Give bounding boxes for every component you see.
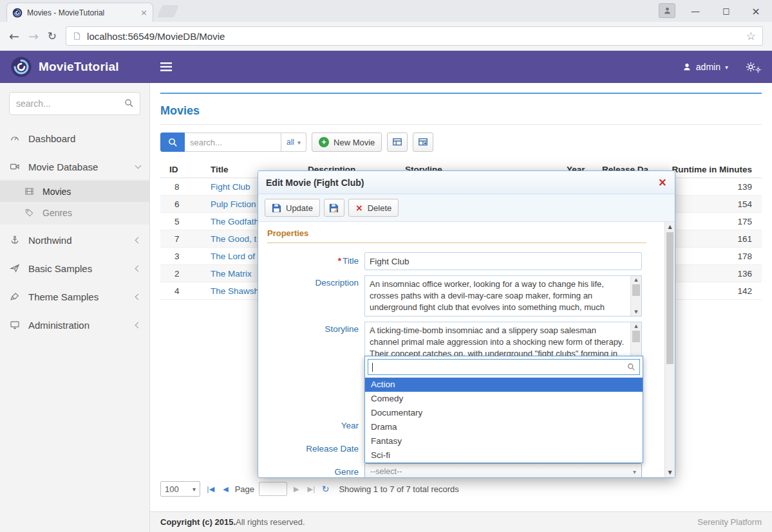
reload-button[interactable]: ↻ (48, 30, 57, 42)
scroll-thumb[interactable] (632, 331, 640, 342)
page-size-select[interactable]: 100 ▾ (160, 481, 200, 497)
quick-search-input[interactable] (185, 133, 281, 152)
required-marker: * (338, 256, 341, 266)
export-button[interactable] (387, 133, 408, 152)
new-tab-button[interactable] (157, 5, 179, 17)
delete-button[interactable]: × Delete (348, 199, 399, 217)
cell-id: 8 (160, 182, 211, 192)
chevron-down-icon: ▾ (297, 139, 301, 146)
cell-runtime: 139 (670, 182, 762, 192)
scroll-thumb[interactable] (632, 284, 640, 296)
bookmark-star-button[interactable]: ☆ (746, 30, 756, 42)
quick-search-button[interactable] (160, 133, 185, 152)
description-label: Description (267, 275, 359, 288)
dialog-title: Edit Movie (Fight Club) (266, 178, 364, 188)
scroll-thumb[interactable] (666, 232, 673, 364)
edit-movie-dialog: Edit Movie (Fight Club) × Update × Delet… (258, 170, 675, 478)
chevron-down-icon: ▾ (725, 64, 728, 71)
maximize-button[interactable]: □ (717, 0, 736, 22)
dialog-scrollbar[interactable]: ▲ ▼ (664, 222, 675, 477)
user-menu[interactable]: admin ▾ (683, 62, 728, 72)
column-header-runtime-in-minutes[interactable]: Runtime in Minutes (670, 165, 762, 174)
dropdown-option-fantasy[interactable]: Fantasy (365, 434, 643, 448)
browser-window: Movies - MovieTutorial × — □ × ← → ↻ loc… (0, 0, 772, 532)
app-brand[interactable]: MovieTutorial (10, 56, 150, 78)
sidebar-item-administration[interactable]: Administration (0, 312, 149, 338)
sidebar-item-label: Northwind (28, 235, 72, 246)
textarea-scrollbar[interactable]: ▲ ▼ (630, 276, 641, 316)
minimize-button[interactable]: — (686, 0, 705, 22)
first-page-button[interactable]: |◀ (205, 485, 216, 493)
dropdown-option-drama[interactable]: Drama (365, 420, 643, 434)
sidebar-item-genres[interactable]: Genres (0, 202, 149, 223)
chevron-left-icon (135, 237, 142, 243)
pager-status: Showing 1 to 7 of 7 total records (339, 484, 458, 494)
dropdown-option-sci-fi[interactable]: Sci-fi (365, 448, 643, 463)
sidebar-item-basic-samples[interactable]: Basic Samples (0, 255, 149, 281)
scroll-up-icon[interactable]: ▲ (665, 224, 675, 230)
title-input[interactable] (364, 252, 642, 270)
sidebar-search (9, 92, 140, 115)
close-button[interactable]: × (746, 0, 766, 22)
scroll-up-icon[interactable]: ▲ (631, 277, 641, 282)
sidebar-search-input[interactable] (9, 92, 140, 115)
dialog-close-button[interactable]: × (658, 177, 667, 188)
cell-id: 2 (160, 269, 211, 279)
release-date-label: Release Date (267, 440, 359, 454)
video-icon (9, 161, 21, 172)
anchor-icon (9, 235, 21, 245)
genre-dropdown: ActionComedyDocumentaryDramaFantasySci-f… (364, 356, 643, 463)
user-icon (683, 62, 692, 71)
column-header-id[interactable]: ID (160, 165, 211, 174)
page-number-input[interactable] (259, 482, 287, 496)
dropdown-option-action[interactable]: Action (365, 378, 643, 392)
search-scope-label: all (287, 138, 294, 147)
forward-button[interactable]: → (28, 30, 39, 42)
sidebar-item-dashboard[interactable]: Dashboard (0, 125, 149, 151)
tab-close-button[interactable]: × (140, 8, 147, 17)
favicon (12, 8, 23, 18)
apply-changes-button[interactable] (324, 199, 344, 217)
search-scope-dropdown[interactable]: all ▾ (281, 133, 306, 152)
profile-button[interactable] (659, 3, 675, 18)
pager: 100 ▾ |◀ ◀ Page ▶ ▶| ↻ Showing 1 to 7 of… (160, 481, 759, 497)
page-icon (73, 32, 81, 41)
sidebar-item-theme-samples[interactable]: Theme Samples (0, 284, 149, 309)
browser-tab[interactable]: Movies - MovieTutorial × (6, 3, 153, 22)
update-button[interactable]: Update (265, 199, 320, 217)
sidebar-item-northwind[interactable]: Northwind (0, 227, 149, 253)
footer: Copyright (c) 2015. All rights reserved.… (150, 511, 772, 532)
sidebar-item-movies[interactable]: Movies (0, 181, 149, 202)
tags-icon (23, 208, 35, 217)
scroll-down-icon[interactable]: ▼ (631, 309, 641, 315)
quick-search: all ▾ (160, 133, 306, 152)
new-movie-button[interactable]: + New Movie (312, 133, 382, 152)
properties-section-title: Properties (267, 228, 646, 243)
dropdown-option-documentary[interactable]: Documentary (365, 406, 643, 420)
omnibox[interactable]: localhost:56549/MovieDB/Movie ☆ (66, 26, 763, 46)
description-text: An insomniac office worker, looking for … (365, 276, 630, 316)
next-page-button[interactable]: ▶ (292, 485, 301, 493)
settings-gears-button[interactable] (745, 61, 762, 73)
column-settings-button[interactable] (413, 133, 433, 152)
plus-icon: + (319, 137, 329, 147)
dialog-titlebar[interactable]: Edit Movie (Fight Club) × (258, 171, 675, 194)
hamburger-menu-icon[interactable] (160, 62, 172, 71)
genre-select[interactable]: --select-- ▾ (364, 463, 642, 477)
sidebar-item-label: Theme Samples (28, 291, 99, 302)
cell-runtime: 136 (670, 269, 762, 279)
person-icon (663, 6, 672, 15)
scroll-up-icon[interactable]: ▲ (631, 324, 641, 329)
scroll-down-icon[interactable]: ▼ (665, 470, 675, 475)
cell-id: 6 (160, 199, 211, 209)
sidebar-item-label: Administration (28, 320, 89, 331)
brand-title: MovieTutorial (39, 60, 119, 74)
prev-page-button[interactable]: ◀ (221, 485, 230, 493)
sidebar-item-movie-database[interactable]: Movie Database (0, 154, 149, 179)
dropdown-option-comedy[interactable]: Comedy (365, 392, 643, 406)
description-textarea[interactable]: An insomniac office worker, looking for … (364, 275, 642, 316)
last-page-button[interactable]: ▶| (305, 485, 317, 493)
refresh-grid-button[interactable]: ↻ (322, 484, 330, 494)
dropdown-search[interactable] (368, 359, 640, 375)
back-button[interactable]: ← (9, 30, 19, 42)
